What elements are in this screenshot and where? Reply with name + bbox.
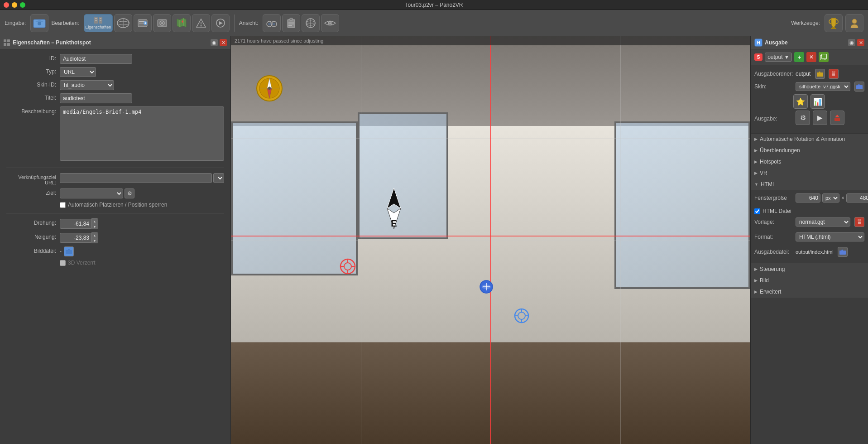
auto-rotation-header[interactable]: ▶ Automatische Rotation & Animation	[751, 134, 868, 145]
skin-browse-btn[interactable]	[854, 82, 864, 92]
bild-header[interactable]: ▶ Bild	[751, 275, 868, 286]
ziel-row: Ziel: ⚙	[6, 188, 224, 198]
svg-rect-45	[7, 39, 10, 42]
skin-chart-btn[interactable]: 📊	[810, 94, 825, 109]
tb-play-btn[interactable]	[211, 14, 230, 32]
svg-rect-5	[100, 18, 101, 19]
output-copy-btn[interactable]	[819, 52, 829, 62]
svg-text:H: H	[757, 40, 760, 45]
minimize-button[interactable]	[12, 2, 17, 8]
html-datei-checkbox[interactable]	[754, 208, 760, 214]
output-close-btn[interactable]: ✕	[857, 39, 864, 46]
panel-float-btn[interactable]: ◉	[211, 39, 218, 46]
tb-card-btn[interactable]	[134, 14, 152, 32]
titlebar: Tour03.p2vr – Pano2VR	[0, 0, 868, 10]
skin-select[interactable]: silhouette_v7.ggsk	[796, 82, 850, 91]
vr-header[interactable]: ▶ VR	[751, 168, 868, 179]
ziel-config-btn[interactable]: ⚙	[125, 188, 134, 198]
output-dropdown[interactable]: output ▼	[765, 53, 792, 62]
tb-globe-btn[interactable]	[302, 14, 320, 32]
verknuepfung-input[interactable]	[60, 173, 212, 183]
neigung-down[interactable]: ▼	[91, 238, 98, 243]
ausgabeordner-delete-btn[interactable]	[829, 69, 839, 79]
svg-rect-89	[858, 219, 861, 221]
nav-arrow-e[interactable]: E	[376, 186, 412, 232]
maximize-button[interactable]	[20, 2, 25, 8]
panorama-view[interactable]: E	[231, 36, 750, 444]
output-gear-btn[interactable]: ⚙	[796, 111, 810, 125]
toolbar-right: Werkzeuge:	[791, 14, 863, 32]
html-header[interactable]: ▼ HTML	[751, 179, 868, 190]
output-delete-btn[interactable]: ✕	[806, 52, 816, 62]
output-play-btn[interactable]: ▶	[813, 111, 827, 125]
verknuepfung-select[interactable]: ▼	[213, 173, 224, 183]
ausgabedatei-browse-btn[interactable]	[838, 247, 848, 257]
html-content: Fenstergröße px × px	[751, 190, 868, 263]
compass-hotspot[interactable]	[256, 75, 283, 103]
tb-user-btn[interactable]	[845, 14, 863, 32]
bilddatei-label: Bilddatei:	[6, 246, 56, 254]
tb-trophy-btn[interactable]	[825, 14, 843, 32]
size-separator: ×	[841, 195, 844, 201]
vorlage-edit-btn[interactable]	[854, 217, 864, 227]
drehung-up[interactable]: ▲	[91, 219, 98, 224]
ueberblendungen-label: Überblendungen	[760, 147, 800, 154]
tb-hotspot-btn[interactable]	[153, 14, 171, 32]
neigung-up[interactable]: ▲	[91, 233, 98, 238]
auto-place-checkbox[interactable]	[60, 202, 66, 208]
width-unit-select[interactable]: px	[822, 193, 839, 203]
eigenschaften-btn[interactable]: Eigenschaften	[84, 14, 113, 32]
auto-place-checkbox-label[interactable]: Automatisch Platzieren / Position sperre…	[60, 202, 167, 208]
tb-clipboard-btn[interactable]	[282, 14, 300, 32]
bilddatei-row: Bilddatei: -	[6, 246, 224, 256]
panorama-panel[interactable]: E	[231, 36, 750, 444]
tb-panorama-btn[interactable]	[114, 14, 132, 32]
svg-point-40	[329, 22, 331, 24]
tb-tour-btn[interactable]	[192, 14, 210, 32]
height-input[interactable]	[846, 193, 868, 203]
titel-label: Titel:	[6, 93, 56, 101]
svg-rect-85	[856, 85, 863, 89]
id-input[interactable]	[60, 54, 132, 64]
width-input[interactable]	[796, 193, 820, 203]
skin-id-select[interactable]: ht_audio	[60, 80, 114, 90]
bilddatei-browse-btn[interactable]	[64, 246, 74, 256]
skin-star-btn[interactable]: ⭐	[793, 94, 808, 109]
close-button[interactable]	[4, 2, 9, 8]
size-inputs: px × px	[796, 193, 868, 203]
beschreibung-textarea[interactable]: media/Engels-Brief-1.mp4	[60, 106, 224, 161]
beschreibung-row: Beschreibung: media/Engels-Brief-1.mp4	[6, 106, 224, 163]
titel-input[interactable]	[60, 93, 132, 103]
typ-select[interactable]: URL	[60, 67, 96, 77]
skin-icons: ⭐ 📊	[754, 94, 864, 109]
svg-rect-32	[288, 22, 294, 23]
tb-binoculars-btn[interactable]	[263, 14, 281, 32]
neigung-input[interactable]	[60, 233, 91, 243]
red-hotspot[interactable]	[340, 258, 356, 276]
svg-rect-93	[839, 251, 846, 255]
tb-eye-btn[interactable]	[321, 14, 339, 32]
neigung-arrows: ▲ ▼	[91, 232, 98, 243]
steuerung-header[interactable]: ▶ Steuerung	[751, 264, 868, 275]
ziel-select[interactable]	[60, 188, 123, 198]
ueberblendungen-header[interactable]: ▶ Überblendungen	[751, 145, 868, 156]
blue-hotspot-2[interactable]	[514, 308, 529, 325]
drehung-input[interactable]	[60, 219, 91, 229]
eingabe-icon-1[interactable]	[30, 14, 48, 32]
tb-map-btn[interactable]	[173, 14, 191, 32]
output-add-btn[interactable]: +	[794, 52, 804, 62]
panel-close-btn[interactable]: ✕	[220, 39, 227, 46]
drehung-down[interactable]: ▼	[91, 224, 98, 229]
vorlage-select[interactable]: normal.ggt	[796, 217, 850, 227]
erweitert-header[interactable]: ▶ Erweitert	[751, 286, 868, 297]
hotspots-section: ▶ Hotspots	[751, 156, 868, 168]
ausgabeordner-folder-btn[interactable]	[815, 69, 825, 79]
html5-badge: 5	[754, 53, 762, 61]
hotspots-header[interactable]: ▶ Hotspots	[751, 156, 868, 167]
verzerrung-label[interactable]: 3D Verzerrt	[60, 260, 96, 266]
format-select[interactable]: HTML (.html)	[796, 232, 864, 241]
blue-hotspot-1[interactable]	[479, 280, 494, 295]
output-export-btn[interactable]	[830, 111, 844, 125]
output-float-btn[interactable]: ◉	[848, 39, 855, 46]
ueberblendungen-arrow: ▶	[754, 148, 758, 153]
